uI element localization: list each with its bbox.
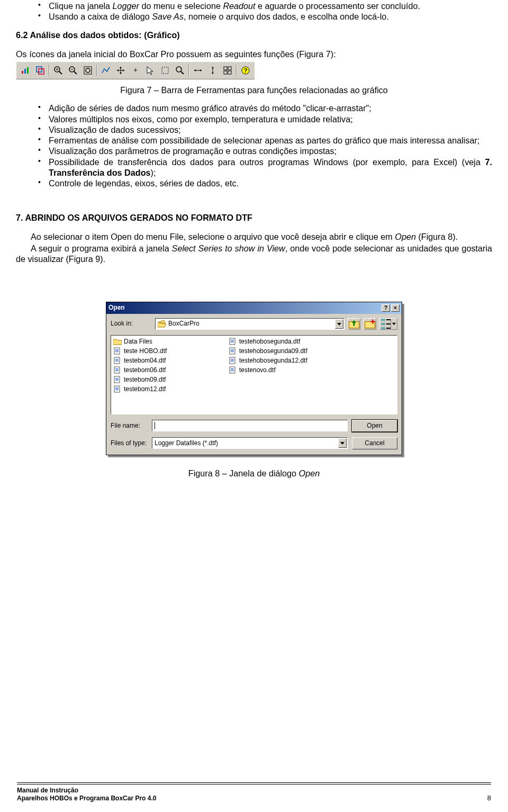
svg-rect-4 (39, 69, 44, 74)
svg-rect-2 (27, 67, 29, 74)
list-item: Adição de séries de dados num mesmo gráf… (38, 103, 492, 113)
file-item[interactable]: testehobosegunda09.dtf (229, 347, 334, 355)
zoom-out-icon[interactable] (66, 64, 80, 77)
overlay-icon[interactable] (33, 64, 47, 77)
svg-rect-41 (365, 321, 375, 328)
svg-rect-0 (22, 71, 23, 74)
expand-v-icon[interactable] (206, 64, 220, 77)
file-item[interactable]: testebom06.dtf (113, 366, 219, 374)
svg-rect-59 (115, 368, 119, 369)
svg-line-23 (181, 71, 184, 74)
svg-rect-30 (224, 67, 227, 70)
lookin-value: BoxCarPro (168, 320, 199, 328)
svg-rect-81 (231, 361, 234, 362)
help-icon[interactable]: ? (382, 304, 390, 312)
text: A seguir o programa exibirá a janela (31, 243, 172, 253)
pointer-icon[interactable] (143, 64, 157, 77)
grid-icon[interactable] (221, 64, 234, 77)
svg-rect-21 (162, 67, 168, 74)
svg-rect-3 (37, 67, 42, 72)
file-name: testenovo.dtf (239, 366, 276, 374)
list-item: Visualização dos parâmetros de programaç… (38, 146, 492, 156)
text: , nomeie o arquivo dos dados, e escolha … (184, 12, 389, 21)
list-item: Clique na janela Logger do menu e seleci… (38, 1, 492, 11)
file-icon (229, 338, 237, 345)
bullet-list-instructions: Clique na janela Logger do menu e seleci… (16, 1, 492, 22)
expand-h-icon[interactable] (191, 64, 205, 77)
file-icon (113, 347, 122, 355)
zoom-in-icon[interactable] (51, 64, 65, 77)
svg-rect-80 (231, 360, 234, 360)
text-italic: Logger (113, 1, 139, 11)
filename-label: File name: (111, 422, 152, 430)
filetype-value: Logger Datafiles (*.dtf) (155, 439, 218, 447)
marquee-icon[interactable] (158, 64, 172, 77)
svg-rect-43 (381, 323, 385, 325)
file-name: testebom09.dtf (124, 376, 166, 384)
help-icon[interactable]: ? (239, 64, 252, 77)
cancel-button[interactable]: Cancel (352, 437, 397, 449)
new-folder-icon[interactable] (364, 318, 376, 330)
up-folder-icon[interactable] (348, 318, 360, 330)
chevron-down-icon[interactable] (338, 438, 347, 448)
footer-line: Manual de Instrução (17, 787, 156, 795)
lookin-combo[interactable]: BoxCarPro (155, 318, 344, 330)
close-icon[interactable]: × (391, 304, 400, 312)
svg-rect-67 (115, 387, 119, 388)
file-name: Data Files (124, 338, 152, 346)
svg-rect-83 (231, 368, 234, 369)
svg-rect-63 (115, 378, 119, 378)
file-item[interactable]: testebom12.dtf (113, 385, 219, 393)
dialog-titlebar: Open ? × (106, 302, 402, 314)
figure-caption-7: Figura 7 – Barra de Ferramentas para fun… (16, 85, 492, 95)
file-name: testebom04.dtf (124, 357, 166, 365)
list-item: Usando a caixa de diálogo Save As, nomei… (38, 11, 492, 22)
chevron-down-icon[interactable] (335, 319, 343, 329)
file-name: testehobosegunda09.dtf (239, 347, 307, 355)
file-item[interactable]: testehobosegunda12.dtf (229, 357, 334, 365)
line-icon[interactable] (99, 64, 113, 77)
svg-point-22 (176, 67, 182, 72)
zoom-fit-icon[interactable] (81, 64, 95, 77)
filename-input[interactable] (152, 420, 348, 431)
toolbar-figure-7: + ? (16, 61, 255, 79)
folder-icon (113, 338, 122, 345)
file-name: testehobosegunda12.dtf (239, 357, 307, 365)
svg-rect-42 (381, 319, 385, 321)
file-item[interactable]: testenovo.dtf (229, 366, 334, 374)
file-item[interactable]: teste HOBO.dtf (113, 347, 219, 355)
svg-rect-56 (115, 360, 119, 360)
svg-rect-33 (228, 71, 231, 74)
svg-text:?: ? (244, 67, 248, 74)
svg-rect-73 (231, 342, 234, 342)
svg-rect-12 (84, 67, 92, 74)
file-icon (229, 347, 237, 355)
zoom-icon[interactable] (173, 64, 187, 77)
text: e aguarde o processamento ser concluído. (256, 1, 420, 11)
chevron-down-icon[interactable] (391, 319, 396, 329)
svg-rect-32 (224, 71, 227, 74)
page-footer: Manual de Instrução Aparelhos HOBOs e Pr… (17, 782, 491, 802)
toolbar-separator (96, 65, 97, 76)
lookin-label: Look in: (111, 320, 152, 328)
file-item[interactable]: Data Files (113, 338, 219, 346)
file-item[interactable]: testehobosegunda.dtf (229, 338, 334, 346)
file-list[interactable]: Data Files teste HOBO.dtf testebom04.dtf… (111, 335, 397, 414)
chart-icon[interactable] (19, 64, 32, 77)
dialog-title: Open (108, 304, 125, 312)
pan-icon[interactable] (114, 64, 128, 77)
page-number: 8 (487, 794, 491, 802)
list-view-icon[interactable] (379, 318, 397, 330)
crosshair-icon[interactable]: + (129, 64, 142, 77)
open-button[interactable]: Open (352, 420, 397, 432)
file-item[interactable]: testebom09.dtf (113, 376, 219, 384)
svg-marker-48 (392, 323, 396, 325)
bullet-list-features: Adição de séries de dados num mesmo gráf… (16, 103, 492, 188)
svg-rect-65 (115, 380, 119, 381)
svg-marker-28 (212, 67, 214, 68)
filetype-combo[interactable]: Logger Datafiles (*.dtf) (152, 437, 348, 449)
file-item[interactable]: testebom04.dtf (113, 357, 219, 365)
text: Usando a caixa de diálogo (49, 12, 152, 21)
svg-marker-37 (337, 323, 341, 326)
svg-rect-75 (231, 349, 234, 350)
